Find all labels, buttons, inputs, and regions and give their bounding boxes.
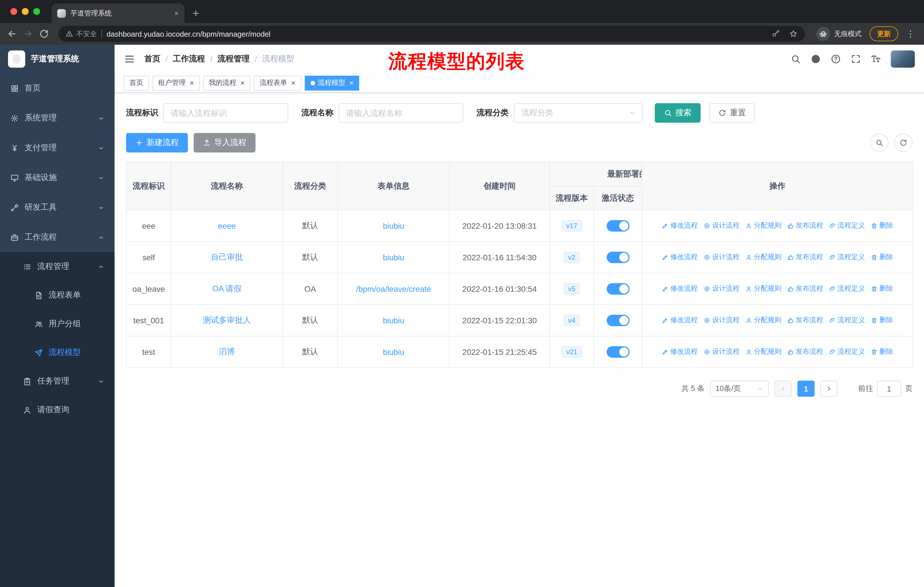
brand[interactable]: 芋道管理系统 bbox=[0, 45, 115, 73]
op-assign-rule-link[interactable]: 分配规则 bbox=[745, 221, 781, 231]
op-publish-link[interactable]: 发布流程 bbox=[787, 316, 823, 325]
tag-close-icon[interactable]: × bbox=[190, 79, 194, 86]
sidebar-item-home[interactable]: 首页 bbox=[0, 73, 115, 103]
op-definition-link[interactable]: 流程定义 bbox=[829, 316, 865, 325]
import-process-button[interactable]: 导入流程 bbox=[194, 133, 256, 152]
form-info-link[interactable]: biubiu bbox=[383, 221, 404, 230]
op-edit-link[interactable]: 修改流程 bbox=[662, 316, 698, 325]
active-toggle[interactable] bbox=[606, 220, 629, 231]
window-close-button[interactable] bbox=[10, 8, 17, 15]
sidebar-item-task-management[interactable]: 任务管理 bbox=[0, 367, 115, 395]
op-delete-link[interactable]: 删除 bbox=[871, 221, 893, 231]
form-info-link[interactable]: biubiu bbox=[383, 316, 404, 325]
security-indicator[interactable]: 不安全 bbox=[65, 29, 97, 39]
forward-icon[interactable] bbox=[23, 29, 33, 39]
sidebar-item-leave-query[interactable]: 请假查询 bbox=[0, 395, 115, 424]
op-design-link[interactable]: 设计流程 bbox=[703, 316, 739, 325]
op-design-link[interactable]: 设计流程 bbox=[703, 253, 739, 262]
reset-button[interactable]: 重置 bbox=[709, 103, 755, 123]
toggle-search-button[interactable] bbox=[870, 134, 888, 152]
op-delete-link[interactable]: 删除 bbox=[871, 253, 893, 262]
create-process-button[interactable]: 新建流程 bbox=[126, 133, 188, 152]
hamburger-icon[interactable] bbox=[124, 53, 135, 65]
sidebar-item-system-management[interactable]: 系统管理 bbox=[0, 103, 115, 133]
avatar[interactable] bbox=[891, 50, 915, 68]
new-tab-button[interactable]: + bbox=[193, 7, 199, 19]
op-design-link[interactable]: 设计流程 bbox=[703, 221, 739, 231]
font-size-icon[interactable] bbox=[871, 54, 881, 64]
tag-process-model[interactable]: 流程模型× bbox=[305, 75, 360, 90]
op-design-link[interactable]: 设计流程 bbox=[703, 284, 739, 294]
op-edit-link[interactable]: 修改流程 bbox=[662, 253, 698, 262]
op-publish-link[interactable]: 发布流程 bbox=[787, 253, 823, 262]
fullscreen-icon[interactable] bbox=[851, 54, 861, 64]
sidebar-item-process-form[interactable]: 流程表单 bbox=[0, 281, 115, 309]
category-select[interactable]: 流程分类 bbox=[514, 103, 643, 123]
url-bar[interactable]: 不安全 dashboard.yudao.iocoder.cn/bpm/manag… bbox=[58, 26, 805, 42]
breadcrumb-process-management[interactable]: 流程管理 bbox=[218, 54, 250, 64]
update-button[interactable]: 更新 bbox=[870, 26, 898, 41]
tag-home[interactable]: 首页 bbox=[124, 75, 149, 90]
bookmark-star-icon[interactable] bbox=[789, 29, 798, 38]
op-definition-link[interactable]: 流程定义 bbox=[829, 221, 865, 231]
tag-process-form[interactable]: 流程表单× bbox=[254, 75, 301, 90]
op-delete-link[interactable]: 删除 bbox=[871, 347, 893, 357]
window-zoom-button[interactable] bbox=[33, 8, 40, 15]
form-info-link[interactable]: biubiu bbox=[383, 347, 404, 357]
reload-icon[interactable] bbox=[39, 29, 49, 39]
op-publish-link[interactable]: 发布流程 bbox=[787, 284, 823, 294]
form-info-link[interactable]: /bpm/oa/leave/create bbox=[356, 284, 431, 293]
version-badge[interactable]: v2 bbox=[563, 251, 580, 263]
op-assign-rule-link[interactable]: 分配规则 bbox=[745, 347, 781, 357]
form-info-link[interactable]: biubiu bbox=[383, 253, 404, 262]
process-name-link[interactable]: 滔博 bbox=[219, 347, 235, 356]
refresh-table-button[interactable] bbox=[894, 134, 912, 152]
tag-close-icon[interactable]: × bbox=[350, 79, 354, 86]
browser-tab[interactable]: 芋道管理系统 × bbox=[51, 3, 185, 23]
process-id-input[interactable] bbox=[163, 103, 288, 123]
op-definition-link[interactable]: 流程定义 bbox=[829, 253, 865, 262]
sidebar-item-user-group[interactable]: 用户分组 bbox=[0, 309, 115, 338]
op-delete-link[interactable]: 删除 bbox=[871, 284, 893, 294]
tag-my-process[interactable]: 我的流程× bbox=[203, 75, 250, 90]
active-toggle[interactable] bbox=[606, 315, 629, 326]
goto-page-input[interactable] bbox=[877, 380, 901, 397]
browser-menu-icon[interactable]: ⋮ bbox=[904, 29, 917, 39]
search-icon[interactable] bbox=[790, 54, 801, 64]
tab-close-icon[interactable]: × bbox=[174, 8, 179, 18]
help-icon[interactable] bbox=[831, 54, 841, 64]
op-edit-link[interactable]: 修改流程 bbox=[662, 347, 698, 357]
page-1-button[interactable]: 1 bbox=[797, 380, 815, 397]
op-edit-link[interactable]: 修改流程 bbox=[662, 221, 698, 231]
op-definition-link[interactable]: 流程定义 bbox=[829, 284, 865, 294]
sidebar-item-dev-tools[interactable]: 研发工具 bbox=[0, 193, 115, 222]
op-publish-link[interactable]: 发布流程 bbox=[787, 221, 823, 231]
version-badge[interactable]: v4 bbox=[563, 315, 580, 326]
sidebar-item-workflow[interactable]: 工作流程 bbox=[0, 222, 115, 252]
window-minimize-button[interactable] bbox=[22, 8, 29, 15]
op-delete-link[interactable]: 删除 bbox=[871, 316, 893, 325]
process-name-link[interactable]: 自己审批 bbox=[211, 252, 243, 261]
next-page-button[interactable] bbox=[820, 380, 838, 397]
active-toggle[interactable] bbox=[606, 346, 629, 358]
active-toggle[interactable] bbox=[606, 283, 629, 294]
tag-close-icon[interactable]: × bbox=[240, 79, 244, 86]
sidebar-item-infrastructure[interactable]: 基础设施 bbox=[0, 163, 115, 193]
sidebar-item-payment-management[interactable]: 支付管理 bbox=[0, 133, 115, 163]
op-assign-rule-link[interactable]: 分配规则 bbox=[745, 284, 781, 294]
search-button[interactable]: 搜索 bbox=[655, 103, 701, 123]
tag-close-icon[interactable]: × bbox=[291, 79, 295, 86]
page-size-select[interactable]: 10条/页 bbox=[710, 380, 769, 397]
process-name-link[interactable]: eeee bbox=[218, 221, 236, 230]
sidebar-item-process-model[interactable]: 流程模型 bbox=[0, 338, 115, 367]
back-icon[interactable] bbox=[7, 29, 17, 39]
version-badge[interactable]: v21 bbox=[562, 346, 582, 358]
op-design-link[interactable]: 设计流程 bbox=[703, 347, 739, 357]
breadcrumb-workflow[interactable]: 工作流程 bbox=[173, 54, 205, 64]
prev-page-button[interactable] bbox=[774, 380, 792, 397]
active-toggle[interactable] bbox=[606, 251, 629, 263]
breadcrumb-home[interactable]: 首页 bbox=[144, 54, 160, 64]
process-name-link[interactable]: 测试多审批人 bbox=[203, 315, 251, 324]
op-definition-link[interactable]: 流程定义 bbox=[829, 347, 865, 357]
key-icon[interactable] bbox=[772, 29, 781, 38]
